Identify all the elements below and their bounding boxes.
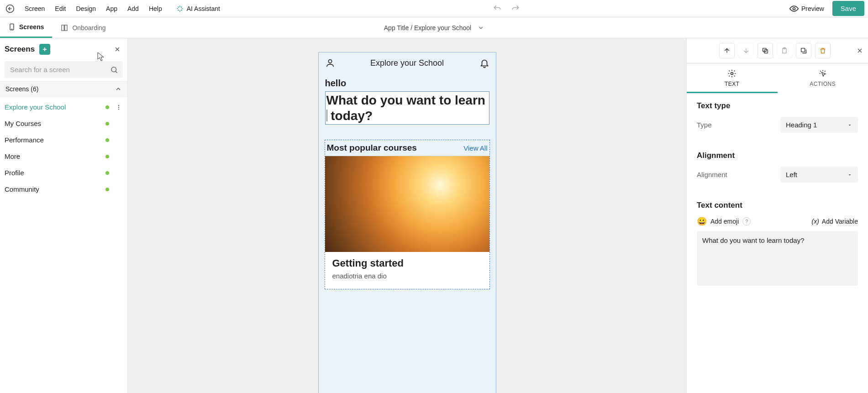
alignment-value: Left bbox=[786, 171, 797, 178]
screens-group-header[interactable]: Screens (6) bbox=[0, 81, 127, 97]
add-screen-button[interactable] bbox=[39, 44, 50, 55]
screen-title-label: Explore your School bbox=[370, 58, 444, 68]
sidebar-item-screen[interactable]: Profile bbox=[0, 165, 127, 181]
breadcrumb[interactable]: App Title / Explore your School bbox=[384, 24, 484, 31]
course-image bbox=[325, 156, 489, 252]
search-icon bbox=[110, 66, 118, 74]
course-card[interactable]: Getting started enadiotria ena dio bbox=[325, 156, 489, 289]
close-panel-button[interactable] bbox=[112, 44, 123, 55]
svg-point-29 bbox=[731, 73, 733, 75]
gear-icon bbox=[727, 69, 736, 78]
tab-onboarding[interactable]: Onboarding bbox=[52, 17, 114, 38]
sidebar-item-label: More bbox=[5, 151, 20, 162]
add-variable-label: Add Variable bbox=[822, 218, 858, 225]
help-icon[interactable]: ? bbox=[742, 217, 751, 225]
svg-point-5 bbox=[118, 105, 119, 106]
trash-icon bbox=[819, 47, 826, 54]
arrow-down-icon bbox=[742, 47, 750, 54]
course-subtitle: enadiotria ena dio bbox=[332, 272, 482, 280]
svg-point-4 bbox=[111, 67, 116, 72]
sidebar-item-screen[interactable]: Explore your School bbox=[0, 99, 127, 115]
ai-assistant-button[interactable]: AI Assistant bbox=[172, 3, 224, 15]
delete-button[interactable] bbox=[815, 43, 831, 58]
eye-icon bbox=[789, 4, 799, 13]
inspector-tab-text[interactable]: TEXT bbox=[687, 63, 778, 93]
hello-text[interactable]: hello bbox=[319, 78, 496, 89]
book-icon bbox=[60, 24, 68, 32]
move-down-button bbox=[738, 43, 754, 58]
item-menu-button[interactable] bbox=[116, 104, 122, 110]
canvas-area[interactable]: Explore your School hello What do you wa… bbox=[128, 38, 686, 393]
text-content-input[interactable]: What do you want to learn today? bbox=[697, 231, 858, 286]
sidebar-item-screen[interactable]: My Courses bbox=[0, 115, 127, 132]
breadcrumb-label: App Title / Explore your School bbox=[384, 24, 471, 31]
notifications-button[interactable] bbox=[479, 58, 489, 68]
type-value: Heading 1 bbox=[786, 121, 817, 129]
inspector-panel: TEXT ACTIONS Text type Type Heading 1 bbox=[686, 38, 868, 393]
text-content-header: Text content bbox=[697, 201, 858, 210]
heading-text-selected[interactable]: What do you want to learn today? bbox=[325, 91, 489, 125]
document-tab-bar: Screens Onboarding App Title / Explore y… bbox=[0, 17, 868, 38]
panel-title: Screens bbox=[5, 45, 35, 54]
menu-app[interactable]: App bbox=[101, 2, 122, 15]
menu-screen[interactable]: Screen bbox=[20, 2, 49, 15]
view-all-link[interactable]: View All bbox=[463, 144, 487, 152]
close-icon bbox=[856, 47, 863, 54]
duplicate-button[interactable] bbox=[796, 43, 811, 58]
svg-point-6 bbox=[118, 107, 119, 108]
chevron-up-icon bbox=[115, 85, 122, 93]
type-select[interactable]: Heading 1 bbox=[780, 117, 858, 133]
top-menubar: Screen Edit Design App Add Help AI Assis… bbox=[0, 0, 868, 17]
alignment-label: Alignment bbox=[697, 171, 727, 178]
sidebar-item-screen[interactable]: More bbox=[0, 148, 127, 165]
inspector-tab-text-label: TEXT bbox=[725, 81, 740, 87]
status-dot-icon bbox=[105, 138, 109, 142]
status-dot-icon bbox=[105, 171, 109, 175]
menu-design[interactable]: Design bbox=[71, 2, 100, 15]
section-popular-courses[interactable]: Most popular courses View All Getting st… bbox=[325, 140, 489, 289]
sidebar-item-label: Performance bbox=[5, 135, 44, 146]
sidebar-item-label: My Courses bbox=[5, 118, 41, 129]
ai-assistant-label: AI Assistant bbox=[187, 5, 220, 12]
screens-panel: Screens Screens (6) Explore your SchoolM… bbox=[0, 38, 128, 393]
alignment-select[interactable]: Left bbox=[780, 167, 858, 183]
close-inspector-button[interactable] bbox=[856, 47, 863, 54]
add-emoji-button[interactable]: 😀 Add emoji ? bbox=[697, 216, 751, 226]
sidebar-item-screen[interactable]: Community bbox=[0, 181, 127, 198]
add-emoji-label: Add emoji bbox=[710, 218, 739, 225]
copy-icon bbox=[762, 47, 769, 54]
menu-help[interactable]: Help bbox=[144, 2, 167, 15]
tab-screens[interactable]: Screens bbox=[0, 17, 52, 38]
tab-screens-label: Screens bbox=[19, 23, 44, 31]
menu-add[interactable]: Add bbox=[123, 2, 143, 15]
close-icon bbox=[114, 46, 121, 53]
move-up-button[interactable] bbox=[719, 43, 735, 58]
section-title: Most popular courses bbox=[327, 143, 417, 153]
chevron-down-icon bbox=[478, 25, 484, 31]
status-dot-icon bbox=[105, 155, 109, 158]
sidebar-item-label: Community bbox=[5, 184, 39, 195]
inspector-tab-actions[interactable]: ACTIONS bbox=[778, 63, 868, 93]
cursor-click-icon bbox=[818, 69, 827, 78]
main-layout: Screens Screens (6) Explore your SchoolM… bbox=[0, 38, 868, 393]
search-input[interactable] bbox=[5, 61, 123, 78]
arrow-up-icon bbox=[723, 47, 731, 54]
preview-button[interactable]: Preview bbox=[789, 4, 824, 13]
screens-group-label: Screens (6) bbox=[5, 85, 38, 93]
status-dot-icon bbox=[105, 105, 109, 109]
menu-edit[interactable]: Edit bbox=[50, 2, 70, 15]
undo-button[interactable] bbox=[493, 4, 502, 13]
redo-icon bbox=[511, 4, 520, 13]
redo-button[interactable] bbox=[511, 4, 520, 13]
phone-frame: Explore your School hello What do you wa… bbox=[318, 52, 496, 393]
sidebar-item-label: Explore your School bbox=[5, 102, 66, 113]
heading-label: What do you want to learn today? bbox=[326, 93, 485, 123]
inspector-tab-actions-label: ACTIONS bbox=[810, 81, 836, 87]
back-button[interactable] bbox=[4, 2, 16, 15]
save-button[interactable]: Save bbox=[832, 1, 864, 16]
add-variable-button[interactable]: (x) Add Variable bbox=[812, 218, 858, 225]
bell-icon bbox=[479, 58, 489, 68]
copy-button[interactable] bbox=[758, 43, 773, 58]
sidebar-item-screen[interactable]: Performance bbox=[0, 132, 127, 148]
profile-button[interactable] bbox=[325, 58, 335, 68]
